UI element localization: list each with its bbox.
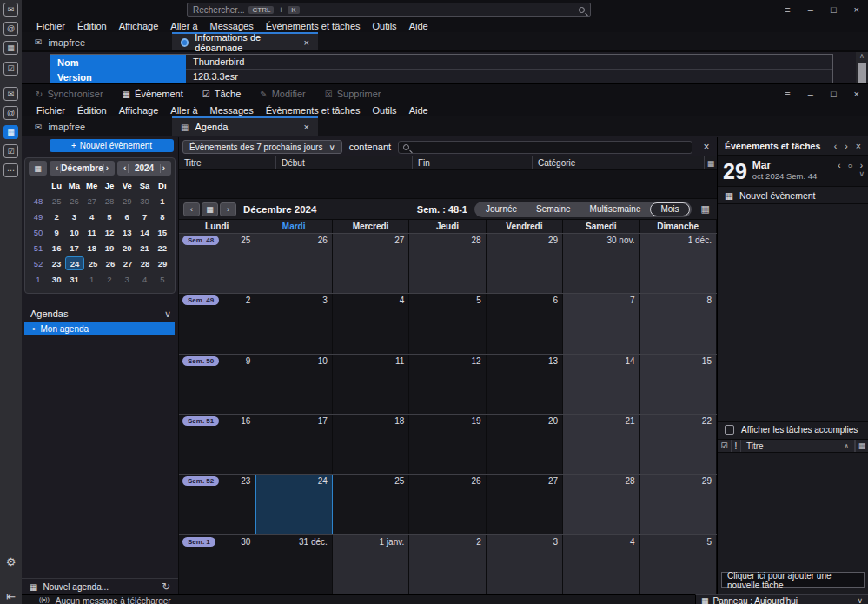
minical-day[interactable]: 26 xyxy=(65,196,83,206)
menu-item-aide[interactable]: Aide xyxy=(403,21,434,31)
grid-cell[interactable]: Sem. 4825 xyxy=(179,234,255,293)
chevron-down-icon[interactable]: ∨ xyxy=(858,169,865,178)
minical-day[interactable]: 4 xyxy=(83,212,101,222)
table-row-label[interactable]: Version xyxy=(50,70,186,84)
menu-item-dition[interactable]: Édition xyxy=(71,105,113,116)
chat-space-icon[interactable]: ⋯ xyxy=(3,163,18,177)
minical-today-button[interactable]: ▦ xyxy=(29,161,47,176)
grid-cell[interactable]: 4 xyxy=(333,294,409,353)
table-row-value[interactable]: Thunderbird xyxy=(186,55,832,70)
minical-day[interactable]: 25 xyxy=(84,259,102,269)
minical-day[interactable]: 3 xyxy=(65,212,83,222)
minical-day[interactable]: 30 xyxy=(136,196,153,206)
view-mois[interactable]: Mois xyxy=(650,202,689,216)
grid-cell[interactable]: 24 xyxy=(255,475,332,534)
minical-day[interactable]: 13 xyxy=(118,228,136,237)
prev-year-icon[interactable]: ‹ xyxy=(122,163,128,173)
minical-day[interactable]: 27 xyxy=(83,196,101,206)
task-title-column[interactable]: Titre ∧ xyxy=(741,440,855,452)
today-button[interactable]: ▦ xyxy=(202,202,218,216)
show-completed-checkbox[interactable] xyxy=(725,425,734,435)
minical-day[interactable]: 7 xyxy=(136,212,153,222)
grid-cell[interactable]: 18 xyxy=(333,415,409,474)
menu-item-affichage[interactable]: Affichage xyxy=(113,21,165,31)
menu-item-aller[interactable]: Aller à xyxy=(164,21,203,31)
list-column-fin[interactable]: Fin xyxy=(413,156,533,169)
grid-cell[interactable]: 3 xyxy=(487,535,563,594)
view-semaine[interactable]: Semaine xyxy=(527,204,580,214)
grid-cell[interactable]: 21 xyxy=(563,415,639,474)
minical-day[interactable]: 9 xyxy=(48,228,65,237)
grid-cell[interactable]: 12 xyxy=(409,355,486,414)
addressbook-space-icon[interactable]: @ xyxy=(3,22,18,36)
grid-cell[interactable]: 1 janv. xyxy=(333,535,409,594)
next-day-icon[interactable]: › xyxy=(845,141,848,151)
menu-item-aller[interactable]: Aller à xyxy=(164,105,203,116)
menu-item-fichier[interactable]: Fichier xyxy=(30,21,71,31)
grid-cell[interactable]: 6 xyxy=(487,294,563,353)
grid-cell[interactable]: 5 xyxy=(640,535,717,594)
grid-cell[interactable]: 15 xyxy=(640,355,717,414)
prev-day-icon[interactable]: ‹ xyxy=(834,141,838,151)
chevron-down-icon[interactable]: ∨ xyxy=(164,309,171,320)
list-column-catgorie[interactable]: Catégorie xyxy=(533,156,705,169)
minical-day[interactable]: 2 xyxy=(101,275,118,284)
today-circle-icon[interactable]: ○ xyxy=(848,161,853,170)
minical-day[interactable]: 28 xyxy=(101,196,118,206)
table-row-label[interactable]: Nom xyxy=(50,55,186,70)
menu-item-dition[interactable]: Édition xyxy=(71,21,113,31)
agenda-list-item[interactable]: • Mon agenda xyxy=(24,322,175,335)
new-agenda-button[interactable]: ▦ Nouvel agenda... ↻ xyxy=(22,578,178,594)
grid-cell[interactable]: 27 xyxy=(333,234,409,293)
menu-item-aide[interactable]: Aide xyxy=(403,105,434,116)
view-journée[interactable]: Journée xyxy=(476,204,527,214)
column-picker-icon[interactable]: ▦ xyxy=(855,440,868,452)
minical-day[interactable]: 5 xyxy=(154,275,171,284)
vnement-button[interactable]: ▦Évènement xyxy=(123,89,183,99)
minical-day[interactable]: 5 xyxy=(101,212,118,222)
menu-item-vnementsettches[interactable]: Évènements et tâches xyxy=(260,105,367,116)
grid-cell[interactable]: 13 xyxy=(487,355,563,414)
grid-cell[interactable]: Sem. 130 xyxy=(179,535,255,594)
grid-cell[interactable]: 26 xyxy=(409,475,486,534)
grid-cell[interactable]: 27 xyxy=(487,475,563,534)
grid-cell[interactable]: 31 déc. xyxy=(255,535,332,594)
close-pane-icon[interactable]: × xyxy=(856,141,861,151)
minical-day[interactable]: 21 xyxy=(136,243,153,253)
mail-space-icon[interactable]: ✉ xyxy=(3,3,18,17)
next-period-icon[interactable]: › xyxy=(220,202,236,216)
new-event-button[interactable]: + Nouvel évènement xyxy=(50,139,174,152)
add-task-input[interactable]: Cliquer ici pour ajouter une nouvelle tâ… xyxy=(721,572,865,588)
grid-cell[interactable]: 5 xyxy=(409,294,486,353)
grid-cell[interactable]: 28 xyxy=(563,475,639,534)
close-filter-icon[interactable]: × xyxy=(699,141,713,153)
close-icon[interactable]: × xyxy=(854,89,859,99)
close-tab-icon[interactable]: × xyxy=(304,37,309,48)
grid-cell[interactable]: Sem. 5223 xyxy=(179,475,255,534)
menu-item-outils[interactable]: Outils xyxy=(367,105,403,116)
task-priority-column[interactable]: ! xyxy=(732,440,741,452)
tasks-space-icon[interactable]: ☑ xyxy=(3,62,18,76)
grid-cell[interactable]: 22 xyxy=(640,415,717,474)
minical-day[interactable]: 12 xyxy=(101,228,118,237)
menu-item-outils[interactable]: Outils xyxy=(367,21,403,31)
grid-cell[interactable]: 25 xyxy=(333,475,409,534)
scroll-up-icon[interactable]: ∧ xyxy=(856,52,868,60)
table-row-value[interactable]: 128.3.3esr xyxy=(186,70,832,84)
minical-day[interactable]: 11 xyxy=(83,228,101,237)
minical-day[interactable]: 1 xyxy=(154,196,171,206)
today-pane-toggle-bar[interactable]: ▦ Panneau : Aujourd'hui ∨ xyxy=(695,594,868,604)
tasks-space-icon[interactable]: ☑ xyxy=(3,144,18,158)
minical-day[interactable]: 17 xyxy=(65,243,83,253)
next-month-icon[interactable]: › xyxy=(104,163,110,173)
grid-cell[interactable]: 14 xyxy=(563,355,639,414)
grid-cell[interactable]: 17 xyxy=(255,415,332,474)
menu-item-messages[interactable]: Messages xyxy=(204,105,260,116)
tab-imapfree[interactable]: ✉imapfree xyxy=(26,32,172,50)
minical-day[interactable]: 29 xyxy=(118,196,136,206)
prev-date-icon[interactable]: ‹ xyxy=(838,161,840,170)
event-search-input[interactable] xyxy=(398,141,692,154)
search-input[interactable]: Rechercher... CTRL + K xyxy=(187,3,591,17)
calendar-space-icon[interactable]: ▦ xyxy=(3,41,18,55)
app-menu-icon[interactable]: ≡ xyxy=(785,89,790,99)
